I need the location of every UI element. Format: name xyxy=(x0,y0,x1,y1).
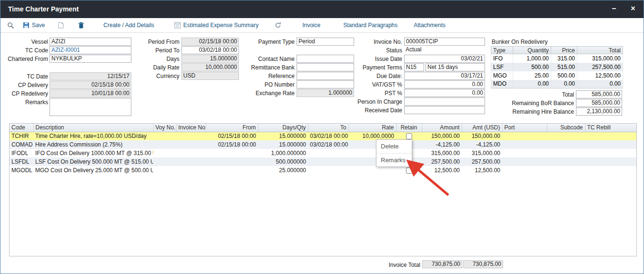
col-header-retain[interactable]: Retain xyxy=(396,124,422,132)
cp-redelivery-field: 10/01/18 00:00 xyxy=(50,89,131,98)
new-document-icon[interactable] xyxy=(58,22,64,29)
retain-checkbox[interactable] xyxy=(406,133,412,139)
col-header-from[interactable]: From xyxy=(206,124,258,132)
close-button[interactable]: × xyxy=(628,4,638,13)
table-row-mgodl[interactable]: MGODL MGO Cost On Delivery 25.000 MT @ 5… xyxy=(10,166,636,175)
vessel-label: Vessel xyxy=(3,38,48,46)
cell-amt-usd: 12,500.00 xyxy=(462,166,502,175)
col-header-rate[interactable]: Rate xyxy=(348,124,396,132)
estimated-expense-summary-button[interactable]: Estimated Expense Summary xyxy=(174,22,258,29)
col-header-to[interactable]: To xyxy=(308,124,348,132)
tc-code-field[interactable]: AZIZ-I0001 xyxy=(50,46,131,54)
retain-checkbox[interactable] xyxy=(406,167,412,174)
exchange-rate-label: Exchange Rate xyxy=(247,89,295,98)
received-date-label: Received Date xyxy=(351,107,402,115)
tc-date-field: 12/15/17 xyxy=(50,72,131,80)
save-button[interactable]: Save xyxy=(23,22,45,29)
period-to-field[interactable]: 03/02/18 00:00 xyxy=(181,46,239,54)
context-menu-item-delete[interactable]: Delete xyxy=(376,140,412,153)
table-row-tchir[interactable]: TCHIR Time Charter Hire, rate=10,000.00 … xyxy=(10,132,636,140)
delete-trash-icon[interactable] xyxy=(78,22,84,29)
period-from-label: Period From xyxy=(138,38,179,46)
cell-code: COMAD xyxy=(10,140,33,149)
due-date-field[interactable]: 03/17/21 xyxy=(404,72,485,80)
invoice-no-field[interactable]: 000005TCIP xyxy=(404,38,485,46)
bunker-row-mgo[interactable]: MGO 25.00 500.00 12,500.00 xyxy=(491,71,623,80)
bunker-col-type: Type xyxy=(491,47,513,54)
cell-days-qty: 15.000000 xyxy=(258,132,308,140)
bunker-row-ifo[interactable]: IFO 1,000.00 315.00 315,000.00 xyxy=(491,54,623,63)
bunker-quantity: 1,000.00 xyxy=(513,54,551,63)
pst-label: PST % xyxy=(351,89,402,98)
cell-amt-usd: 257,500.00 xyxy=(462,157,502,166)
col-header-invoice-no[interactable]: Invoice No. xyxy=(176,124,206,132)
col-header-description[interactable]: Description xyxy=(33,124,153,132)
bunker-row-lsf[interactable]: LSF 500.00 515.00 257,500.00 xyxy=(491,63,623,71)
reference-field[interactable] xyxy=(297,72,354,80)
payment-type-field[interactable]: Period xyxy=(297,38,354,46)
cell-to xyxy=(308,157,348,166)
create-add-details-button[interactable]: Create / Add Details xyxy=(103,22,154,29)
cp-delivery-field: 02/15/18 00:00 xyxy=(50,81,131,89)
tc-code-label: TC Code xyxy=(3,47,48,55)
remittance-bank-field[interactable] xyxy=(297,63,354,71)
invoice-button[interactable]: Invoice xyxy=(302,22,320,29)
table-row-lsfdl[interactable]: LSFDL LSF Cost On Delivery 500.000 MT @ … xyxy=(10,157,636,166)
bunker-type: MGO xyxy=(491,71,513,80)
col-header-voy-no[interactable]: Voy No. xyxy=(153,124,176,132)
cell-days-qty: 15.000000 xyxy=(258,140,308,149)
cell-days-qty: 500.000000 xyxy=(258,157,308,166)
col-header-days-qty[interactable]: Days/Qty xyxy=(258,124,308,132)
tc-date-label: TC Date xyxy=(3,73,48,81)
cell-rate xyxy=(348,166,396,175)
cell-to xyxy=(308,149,348,157)
bunker-quantity: 500.00 xyxy=(513,63,551,71)
cp-delivery-label: CP Delivery xyxy=(3,81,48,89)
bunker-type: MDO xyxy=(491,80,513,88)
bunker-price: 515.00 xyxy=(551,63,577,71)
attachments-button[interactable]: Attachments xyxy=(414,22,446,29)
pst-field[interactable]: 0.00 xyxy=(404,89,485,97)
po-number-label: PO Number xyxy=(247,81,295,89)
estimated-expense-summary-label: Estimated Expense Summary xyxy=(183,22,258,29)
col-header-tc-rebill[interactable]: TC Rebill xyxy=(585,124,636,132)
contact-name-field[interactable] xyxy=(297,55,354,63)
grid-header-row: Code Description Voy No. Invoice No. Fro… xyxy=(10,124,636,132)
col-header-amt-usd[interactable]: Amt (USD) xyxy=(462,124,502,132)
invoice-total-amt-usd-field: 730,875.00 xyxy=(463,260,503,268)
po-number-field[interactable] xyxy=(297,80,354,88)
vessel-field[interactable]: AZIZI xyxy=(50,38,131,46)
cell-from xyxy=(206,166,258,175)
refresh-icon[interactable] xyxy=(275,22,281,29)
chartered-from-field[interactable]: NYKBULKP xyxy=(50,55,131,63)
exchange-rate-field: 1.000000 xyxy=(297,89,354,97)
save-icon xyxy=(23,22,30,29)
received-date-field[interactable] xyxy=(404,106,485,114)
context-menu-item-remarks[interactable]: Remarks xyxy=(376,153,412,166)
col-header-amount[interactable]: Amount xyxy=(422,124,462,132)
expense-summary-icon xyxy=(174,22,181,29)
days-field: 15.000000 xyxy=(181,55,239,63)
col-header-subcode[interactable]: Subcode xyxy=(547,124,585,132)
search-icon[interactable] xyxy=(7,22,14,29)
table-row-comad[interactable]: COMAD Hire Address Commission (2.75%) 02… xyxy=(10,140,636,149)
standard-paragraphs-button[interactable]: Standard Paragraphs xyxy=(343,22,397,29)
col-header-code[interactable]: Code xyxy=(10,124,33,132)
minimize-button[interactable]: – xyxy=(609,4,619,13)
issue-date-field[interactable]: 03/02/21 xyxy=(404,55,485,63)
bunker-price: 0.00 xyxy=(551,80,577,88)
payment-terms-code-field[interactable]: N15 xyxy=(404,63,424,71)
table-row-ifodl[interactable]: IFODL IFO Cost On Delivery 1000.000 MT @… xyxy=(10,149,636,157)
payment-terms-label: Payment Terms xyxy=(351,64,402,72)
payment-terms-desc-field[interactable]: Net 15 days xyxy=(426,63,485,71)
currency-label: Currency xyxy=(138,72,179,80)
cell-subcode xyxy=(547,140,585,149)
person-in-charge-field[interactable] xyxy=(404,98,485,106)
time-charter-payment-window: Time Charter Payment – × Save Create / A… xyxy=(0,0,644,274)
remarks-field[interactable] xyxy=(50,98,131,116)
cell-amt-usd: 150,000.00 xyxy=(462,132,502,140)
cell-from xyxy=(206,157,258,166)
col-header-port[interactable]: Port xyxy=(502,124,547,132)
vat-gst-field[interactable]: 0.00 xyxy=(404,80,485,88)
bunker-row-mdo[interactable]: MDO 0.00 0.00 0.00 xyxy=(491,80,623,88)
